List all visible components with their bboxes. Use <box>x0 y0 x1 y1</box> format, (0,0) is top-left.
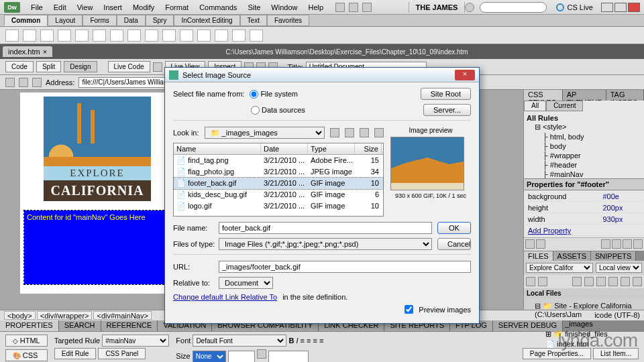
table-icon[interactable] <box>58 29 71 42</box>
change-link[interactable]: Change default Link Relative To <box>173 293 277 301</box>
tag-inspector-tab[interactable]: TAG INSPEC <box>606 90 644 101</box>
tab-forms[interactable]: Forms <box>83 15 116 26</box>
livecode-icon[interactable] <box>153 62 162 72</box>
attach-icon[interactable] <box>601 239 610 249</box>
btab-server[interactable]: SERVER DEBUG <box>493 320 563 331</box>
preview-checkbox[interactable] <box>405 305 413 314</box>
btab-properties[interactable]: PROPERTIES <box>0 320 59 331</box>
assets-tab[interactable]: ASSETS <box>553 251 591 261</box>
edit-rule-button[interactable]: Edit Rule <box>54 348 97 359</box>
ok-button[interactable]: OK <box>437 222 471 234</box>
tag-mainnav[interactable]: <div#mainNav> <box>93 311 151 320</box>
lookin-select[interactable]: 📁 _images_images <box>205 127 325 139</box>
italic-icon[interactable]: I <box>296 337 298 345</box>
up-folder-icon[interactable] <box>345 128 354 137</box>
maximize-button[interactable] <box>614 3 627 12</box>
dialog-close-button[interactable]: × <box>455 70 475 80</box>
media-icon[interactable] <box>110 29 123 42</box>
btab-reference[interactable]: REFERENCE <box>101 320 158 331</box>
forward-icon[interactable] <box>19 78 28 87</box>
all-subtab[interactable]: All <box>524 101 546 111</box>
minimize-button[interactable] <box>601 3 613 12</box>
file-row[interactable]: 📄 flag_photo.jpg3/21/2010 ...JPEG image3… <box>174 166 383 178</box>
site-select[interactable]: Explore Califor <box>526 263 593 273</box>
document-tab[interactable]: index.htm× <box>3 46 52 57</box>
menu-insert[interactable]: Insert <box>98 2 127 13</box>
tab-common[interactable]: Common <box>4 15 48 26</box>
design-view-button[interactable]: Design <box>64 61 97 72</box>
menu-commands[interactable]: Commands <box>194 2 242 13</box>
view-select[interactable]: Local view <box>596 263 642 273</box>
align-justify-icon[interactable]: ≡ <box>319 337 323 345</box>
ssi-icon[interactable] <box>162 29 176 42</box>
menu-site[interactable]: Site <box>242 2 266 13</box>
tab-text[interactable]: Text <box>240 15 267 26</box>
btab-search[interactable]: SEARCH <box>59 320 101 331</box>
head-icon[interactable] <box>197 29 211 42</box>
rule-item[interactable]: ⊟ <style> <box>527 122 641 132</box>
new-rule-icon[interactable] <box>612 239 621 249</box>
connect-icon[interactable] <box>526 277 535 286</box>
delete-icon[interactable] <box>633 239 643 249</box>
close-button[interactable] <box>628 3 640 12</box>
size-select[interactable]: None <box>193 351 226 363</box>
filetype-select[interactable]: Image Files (*.gif;*.jpg;*.jpeg;*.png;*.… <box>219 238 432 250</box>
menu-format[interactable]: Format <box>160 2 194 13</box>
cslive-button[interactable]: CS Live <box>552 3 597 11</box>
align-center-icon[interactable]: ≡ <box>307 337 311 345</box>
color-swatch[interactable] <box>257 349 266 359</box>
css-mode-button[interactable]: 🎨 CSS <box>5 349 48 361</box>
hyperlink-icon[interactable] <box>5 29 19 42</box>
div-icon[interactable] <box>75 29 89 42</box>
site-root-button[interactable]: Site Root <box>421 88 471 100</box>
edit-icon[interactable] <box>623 239 632 249</box>
ap-element-tab[interactable]: AP ELEMENT <box>563 90 606 101</box>
files-tab[interactable]: FILES <box>524 251 553 261</box>
file-row[interactable]: 📄 footer_back.gif3/21/2010 ...GIF image1… <box>174 178 383 189</box>
widget-icon[interactable] <box>127 29 141 42</box>
menu-edit[interactable]: Edit <box>48 2 72 13</box>
new-folder-icon[interactable] <box>360 128 369 137</box>
tag-icon[interactable] <box>250 29 263 42</box>
checkin-icon[interactable] <box>608 277 618 286</box>
extend-icon[interactable] <box>349 3 358 12</box>
tab-incontext[interactable]: InContext Editing <box>174 15 239 26</box>
targeted-rule-select[interactable]: #mainNav <box>102 335 169 347</box>
menu-modify[interactable]: Modify <box>127 2 160 13</box>
email-icon[interactable] <box>23 29 36 42</box>
templates-icon[interactable] <box>232 29 246 42</box>
css-styles-tab[interactable]: CSS STYLES <box>524 90 563 101</box>
rule-item[interactable]: ├ html, body <box>527 132 641 141</box>
tag-body[interactable]: <body> <box>4 311 36 320</box>
back-icon[interactable] <box>5 78 15 87</box>
current-subtab[interactable]: Current <box>546 101 583 111</box>
size-input[interactable] <box>228 351 255 363</box>
server-button[interactable]: Server... <box>423 104 471 116</box>
expand-icon[interactable] <box>633 277 642 286</box>
sync-icon[interactable] <box>621 277 630 286</box>
menu-help[interactable]: Help <box>303 2 329 13</box>
category-icon[interactable] <box>525 239 535 249</box>
site-icon[interactable] <box>362 3 372 12</box>
tag-wrapper[interactable]: <div#wrapper> <box>37 311 93 320</box>
properties-table[interactable]: background#00e height200px width930px Ad… <box>524 190 644 237</box>
home-icon[interactable] <box>32 78 42 87</box>
datasources-radio[interactable] <box>251 106 260 115</box>
relative-select[interactable]: Document <box>219 277 273 289</box>
date-icon[interactable] <box>145 29 158 42</box>
menu-view[interactable]: View <box>72 2 99 13</box>
tab-favorites[interactable]: Favorites <box>267 15 309 26</box>
tab-spry[interactable]: Spry <box>146 15 174 26</box>
file-row[interactable]: 📄 find_tag.png3/21/2010 ...Adobe Fire...… <box>174 155 383 166</box>
html-mode-button[interactable]: ◇ HTML <box>5 335 48 347</box>
back-folder-icon[interactable] <box>330 128 339 137</box>
snippets-tab[interactable]: SNIPPETS <box>591 251 636 261</box>
file-row[interactable]: 📄 logo.gif3/21/2010 ...GIF image10 <box>174 200 383 212</box>
align-left-icon[interactable]: ≡ <box>301 337 305 345</box>
rule-item[interactable]: ├ #header <box>527 160 641 170</box>
add-property-link[interactable]: Add Property <box>525 226 643 236</box>
split-view-button[interactable]: Split <box>36 61 61 72</box>
rule-item[interactable]: ├ #mainNav <box>527 170 641 178</box>
list-icon[interactable] <box>536 239 545 249</box>
align-right-icon[interactable]: ≡ <box>313 337 317 345</box>
